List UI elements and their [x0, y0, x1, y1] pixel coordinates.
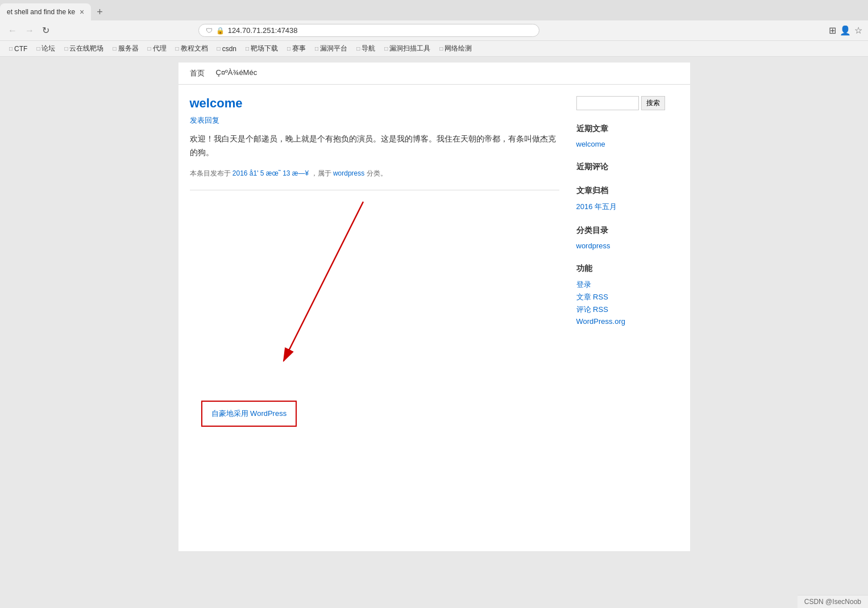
bookmark-vuln-platform[interactable]: □ 漏洞平台	[312, 43, 351, 55]
bookmark-forum[interactable]: □ 论坛	[33, 43, 59, 55]
bookmark-folder-icon: □	[64, 45, 68, 52]
bookmark-folder-icon: □	[315, 45, 318, 52]
lock-icon: 🔒	[216, 27, 225, 35]
archives-widget: 文章归档 2016 年五月	[576, 186, 679, 212]
arrow-annotation	[190, 196, 559, 395]
archives-title: 文章归档	[576, 186, 679, 196]
search-form: 搜索	[576, 96, 679, 110]
post-title-link[interactable]: welcome	[190, 96, 559, 111]
profile-icon[interactable]: 👤	[840, 25, 851, 36]
bookmark-network-draw[interactable]: □ 网络绘测	[436, 43, 475, 55]
bookmark-label: csdn	[222, 45, 236, 53]
bookmark-navigation[interactable]: □ 导航	[353, 43, 379, 55]
bookmark-label: 服务器	[118, 44, 139, 53]
bookmark-label: 靶场下载	[251, 44, 278, 53]
bookmark-label: 导航	[362, 44, 375, 53]
bookmark-vuln-scan[interactable]: □ 漏洞扫描工具	[381, 43, 434, 55]
bookmark-folder-icon: □	[246, 45, 249, 52]
archives-list: 2016 年五月	[576, 202, 679, 212]
bookmark-docs[interactable]: □ 教程文档	[172, 43, 211, 55]
tab-close-button[interactable]: ×	[80, 7, 84, 16]
meta-title: 功能	[576, 264, 679, 274]
category-link[interactable]: wordpress	[576, 241, 679, 250]
bookmark-label: 网络绘测	[445, 44, 472, 53]
recent-posts-title: 近期文章	[576, 124, 679, 134]
bookmark-folder-icon: □	[287, 45, 290, 52]
bookmark-label: CTF	[14, 45, 27, 53]
bookmark-folder-icon: □	[36, 45, 40, 52]
bookmark-folder-icon: □	[9, 45, 13, 52]
bookmark-folder-icon: □	[148, 45, 151, 52]
bookmark-folder-icon: □	[217, 45, 221, 52]
post-meta-prefix: 本条目发布于	[190, 169, 231, 177]
nav-right-icons: ⊞ 👤 ☆	[829, 25, 862, 36]
reply-link[interactable]: 发表回复	[190, 115, 559, 126]
search-input[interactable]	[576, 96, 639, 110]
bookmark-label: 赛事	[292, 44, 306, 53]
archive-link[interactable]: 2016 年五月	[576, 202, 679, 212]
forward-button[interactable]: →	[23, 24, 36, 37]
bookmark-label: 云在线靶场	[69, 44, 103, 53]
categories-title: 分类目录	[576, 226, 679, 236]
bookmark-label: 漏洞平台	[320, 44, 347, 53]
comments-rss-link[interactable]: 评论 RSS	[576, 305, 679, 315]
post-body: 欢迎！我白天是个邮递员，晚上就是个有抱负的演员。这是我的博客。我住在天朝的帝都，…	[190, 132, 559, 160]
bookmark-csdn[interactable]: □ csdn	[214, 44, 240, 54]
address-input[interactable]	[228, 26, 532, 35]
articles-rss-link[interactable]: 文章 RSS	[576, 292, 679, 302]
bookmark-folder-icon: □	[384, 45, 388, 52]
bookmark-folder-icon: □	[356, 45, 360, 52]
footer-credit-box: 自豪地采用 WordPress	[190, 395, 559, 432]
tab-bar: et shell and find the ke × +	[0, 0, 868, 20]
search-button[interactable]: 搜索	[641, 96, 665, 110]
bookmark-folder-icon: □	[176, 45, 179, 52]
login-link[interactable]: 登录	[576, 280, 679, 290]
reload-button[interactable]: ↻	[40, 24, 52, 37]
back-button[interactable]: ←	[6, 24, 19, 37]
bookmark-ctf[interactable]: □ CTF	[6, 44, 31, 54]
recent-post-link[interactable]: welcome	[576, 140, 679, 148]
post-meta: 本条目发布于 2016 å1' 5 æœ˜ 13 æ—¥ ，属于 wordpre…	[190, 169, 559, 178]
bookmark-folder-icon: □	[113, 45, 116, 52]
annotation-area	[190, 196, 559, 395]
bookmark-proxy[interactable]: □ 代理	[144, 43, 170, 55]
nav-home-link[interactable]: 首页	[190, 68, 205, 78]
nav-bar: ← → ↻ 🛡 🔒 ⊞ 👤 ☆	[0, 20, 868, 41]
bookmark-label: 漏洞扫描工具	[389, 44, 430, 53]
active-tab[interactable]: et shell and find the ke ×	[0, 3, 91, 20]
categories-list: wordpress	[576, 241, 679, 250]
post-category-link[interactable]: wordpress	[333, 169, 364, 177]
security-icon: 🛡	[206, 27, 213, 35]
page-wrapper: 首页 Ç¤ºÀ¾éMéc welcome 发表回复 欢迎！我白天是个邮递员，晚上…	[0, 57, 868, 568]
recent-comments-widget: 近期评论	[576, 162, 679, 172]
post-date-link[interactable]: 2016 å1' 5 æœ˜ 13 æ—¥	[232, 169, 309, 177]
bookmark-online-range[interactable]: □ 云在线靶场	[61, 43, 107, 55]
search-widget: 搜索	[576, 96, 679, 110]
bookmark-folder-icon: □	[439, 45, 443, 52]
recent-comments-title: 近期评论	[576, 162, 679, 172]
browser-chrome: et shell and find the ke × + ← → ↻ 🛡 🔒 ⊞…	[0, 0, 868, 57]
nav-sample-link[interactable]: Ç¤ºÀ¾éMéc	[216, 68, 258, 78]
wordpress-org-link[interactable]: WordPress.org	[576, 317, 679, 326]
recent-posts-widget: 近期文章 welcome	[576, 124, 679, 148]
bookmark-label: 教程文档	[181, 44, 208, 53]
bookmarks-bar: □ CTF □ 论坛 □ 云在线靶场 □ 服务器 □ 代理 □ 教程文档 □ c…	[0, 41, 868, 57]
footer-box: 自豪地采用 WordPress	[201, 401, 297, 427]
extensions-icon[interactable]: ⊞	[829, 25, 836, 36]
meta-widget: 功能 登录 文章 RSS 评论 RSS WordPress.org	[576, 264, 679, 326]
post-meta-suffix: 分类。	[367, 169, 387, 177]
bookmark-label: 代理	[153, 44, 167, 53]
content-area: welcome 发表回复 欢迎！我白天是个邮递员，晚上就是个有抱负的演员。这是我…	[190, 96, 559, 494]
address-bar[interactable]: 🛡 🔒	[198, 24, 539, 37]
new-tab-button[interactable]: +	[91, 3, 109, 20]
tab-title: et shell and find the ke	[7, 8, 75, 16]
sidebar: 搜索 近期文章 welcome 近期评论 文章归档	[576, 96, 679, 494]
bookmark-icon[interactable]: ☆	[854, 25, 862, 36]
wordpress-credit-link[interactable]: 自豪地采用 WordPress	[211, 409, 287, 418]
post-meta-mid: ，属于	[311, 169, 331, 177]
bookmark-contest[interactable]: □ 赛事	[284, 43, 309, 55]
bookmark-label: 论坛	[41, 44, 55, 53]
site-main: welcome 发表回复 欢迎！我白天是个邮递员，晚上就是个有抱负的演员。这是我…	[178, 85, 690, 505]
bookmark-server[interactable]: □ 服务器	[109, 43, 142, 55]
bookmark-range-download[interactable]: □ 靶场下载	[242, 43, 281, 55]
